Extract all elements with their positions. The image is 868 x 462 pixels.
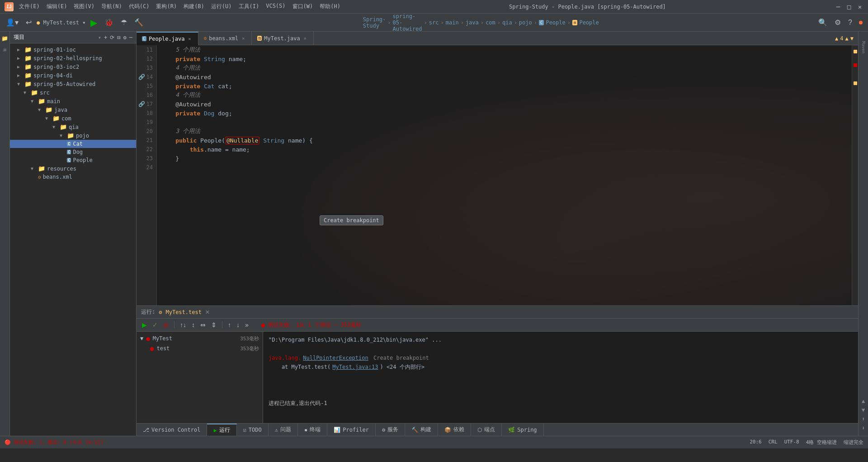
autowired-gutter-icon[interactable]: 🔗: [138, 74, 145, 80]
help-button[interactable]: ?: [846, 17, 854, 28]
add-icon[interactable]: +: [104, 34, 107, 41]
back-button[interactable]: ↩: [24, 17, 34, 28]
profile-button[interactable]: 👤▾: [4, 17, 21, 28]
expand-btn[interactable]: ⇔: [198, 320, 208, 329]
create-breakpoint-tip[interactable]: Create breakpoint: [370, 355, 429, 361]
run-config[interactable]: ● MyTest.test ▾: [37, 19, 85, 26]
maven-icon[interactable]: Maven: [859, 34, 868, 61]
coverage-button[interactable]: ☂: [118, 17, 129, 28]
breadcrumb-main[interactable]: main: [446, 19, 459, 26]
tree-item-resources[interactable]: ▼ 📁 resources: [10, 164, 136, 173]
run-close-btn[interactable]: ✕: [205, 309, 210, 315]
menu-run[interactable]: 运行(U): [211, 3, 232, 10]
tree-item-spring-03-ioc2[interactable]: ▶ 📁 spring-03-ioc2: [10, 62, 136, 71]
tab-beans-xml[interactable]: ⚙ beans.xml ✕: [198, 32, 252, 45]
tree-item-beans-xml[interactable]: ⚙ beans.xml: [10, 173, 136, 181]
tree-item-cat[interactable]: C Cat: [10, 140, 136, 148]
exception-link[interactable]: NullPointerException: [303, 355, 368, 361]
minimize-button[interactable]: ─: [835, 3, 842, 10]
collapse-btn[interactable]: ⇕: [209, 320, 218, 329]
stack-trace-link[interactable]: MyTest.java:13: [332, 364, 378, 370]
debug-button[interactable]: 🐞: [102, 17, 116, 28]
tree-item-src[interactable]: ▼ 📁 src: [10, 88, 136, 97]
tab-mytest-java[interactable]: m MyTest.java ✕: [252, 32, 314, 45]
run-stop-btn[interactable]: ⊘: [161, 320, 170, 329]
bottom-tab-services[interactable]: ⚙ 服务: [376, 424, 405, 436]
project-icon[interactable]: 📁: [0, 34, 9, 43]
scroll-end-btn[interactable]: »: [243, 320, 250, 329]
tree-item-spring-01-ioc[interactable]: ▶ 📁 spring-01-ioc: [10, 45, 136, 54]
settings-button[interactable]: ⚙: [832, 17, 843, 28]
menu-refactor[interactable]: 重构(R): [156, 3, 177, 10]
tree-item-com[interactable]: ▼ 📁 com: [10, 114, 136, 123]
tree-item-qia[interactable]: ▼ 📁 qia: [10, 123, 136, 131]
tab-close[interactable]: ✕: [302, 35, 308, 41]
bottom-tab-problems[interactable]: ⚠ 问题: [269, 424, 298, 436]
prev-fail-btn[interactable]: ↑: [226, 320, 233, 329]
code-content[interactable]: 5 个用法 private String name; 4 个用法: [157, 45, 852, 305]
scroll-top-btn[interactable]: ⬆: [862, 416, 865, 422]
menu-window[interactable]: 窗口(W): [292, 3, 313, 10]
breadcrumb-method[interactable]: People: [579, 19, 599, 26]
breadcrumb-src[interactable]: src: [429, 19, 439, 26]
bottom-tab-todo[interactable]: ☑ TODO: [237, 424, 269, 436]
search-button[interactable]: 🔍: [816, 17, 830, 28]
scroll-down-btn[interactable]: ▼: [862, 407, 865, 413]
project-dropdown[interactable]: ▾: [98, 34, 101, 41]
menu-edit[interactable]: 编辑(E): [47, 3, 67, 10]
tree-item-spring-05-autowired[interactable]: ▼ 📁 spring-05-Autowired: [10, 80, 136, 88]
sort-desc-btn[interactable]: ↕: [190, 320, 197, 329]
breadcrumb-com[interactable]: com: [486, 19, 495, 26]
scroll-up-btn[interactable]: ▲: [862, 398, 865, 404]
bottom-tab-spring[interactable]: 🌿 Spring: [502, 424, 543, 436]
bottom-tab-dependencies[interactable]: 📦 依赖: [438, 424, 471, 436]
close-button[interactable]: ✕: [856, 3, 863, 10]
tree-item-dog[interactable]: C Dog: [10, 148, 136, 156]
tree-item-spring-02-hellospring[interactable]: ▶ 📁 spring-02-hellospring: [10, 54, 136, 62]
bottom-tab-endpoints[interactable]: ⬡ 端点: [471, 424, 502, 436]
autowired-gutter-icon-2[interactable]: 🔗: [138, 101, 145, 107]
collapse-icon[interactable]: ⊟: [117, 34, 120, 41]
tab-people-java[interactable]: C People.java ✕: [137, 32, 198, 45]
breadcrumb-class[interactable]: People: [546, 19, 565, 26]
next-fail-btn[interactable]: ↓: [235, 320, 241, 329]
sort-asc-btn[interactable]: ↑↓: [178, 320, 188, 329]
sync-icon[interactable]: ⟳: [110, 34, 114, 41]
maximize-button[interactable]: □: [845, 3, 853, 10]
menu-vcs[interactable]: VCS(S): [266, 3, 285, 10]
test-item-mytest[interactable]: ▼ ● MyTest 353毫秒: [137, 333, 263, 343]
menu-help[interactable]: 帮助(H): [320, 3, 340, 10]
menu-code[interactable]: 代码(C): [129, 3, 150, 10]
breadcrumb-pojo[interactable]: pojo: [519, 19, 532, 26]
bottom-tab-terminal[interactable]: ▪ 终端: [298, 424, 327, 436]
menu-tools[interactable]: 工具(I): [239, 3, 259, 10]
nav-up[interactable]: ▲: [845, 35, 849, 42]
breadcrumb-qia[interactable]: qia: [502, 19, 512, 26]
settings-icon[interactable]: ⚙: [123, 34, 127, 41]
tree-item-spring-04-di[interactable]: ▶ 📁 spring-04-di: [10, 71, 136, 80]
code-editor[interactable]: 11 12 13 🔗 14 15 16 🔗 17 18 19 20: [137, 45, 858, 305]
run-play-btn[interactable]: ▶: [140, 320, 149, 329]
breakpoint-tooltip[interactable]: Create breakpoint: [320, 215, 383, 225]
breadcrumb-project[interactable]: Spring-Study: [363, 16, 386, 29]
menu-file[interactable]: 文件(E): [19, 3, 40, 10]
menu-navigate[interactable]: 导航(N): [101, 3, 122, 10]
bottom-tab-version-control[interactable]: ⎇ Version Control: [137, 424, 207, 436]
bottom-tab-profiler[interactable]: 📊 Profiler: [327, 424, 376, 436]
nav-down[interactable]: ▼: [850, 35, 854, 42]
tree-item-main[interactable]: ▼ 📁 main: [10, 97, 136, 105]
test-item-test[interactable]: ● test 353毫秒: [137, 343, 263, 353]
tab-close[interactable]: ✕: [241, 35, 246, 41]
menu-build[interactable]: 构建(B): [184, 3, 204, 10]
build-button[interactable]: 🔨: [132, 17, 146, 28]
run-button[interactable]: ▶: [88, 16, 99, 29]
scroll-bottom-btn[interactable]: ⬇: [862, 425, 865, 431]
bottom-tab-run[interactable]: ▶ 运行: [207, 424, 236, 436]
tree-item-pojo[interactable]: ▼ 📁 pojo: [10, 131, 136, 140]
minimize-panel-icon[interactable]: ─: [129, 34, 132, 41]
menu-bar[interactable]: 文件(E) 编辑(E) 视图(V) 导航(N) 代码(C) 重构(R) 构建(B…: [19, 3, 340, 10]
bottom-tab-build[interactable]: 🔨 构建: [405, 424, 438, 436]
breadcrumb-module[interactable]: spring-05-Autowired: [393, 13, 422, 32]
tree-item-java[interactable]: ▼ 📁 java: [10, 105, 136, 114]
run-check-btn[interactable]: ✓: [151, 320, 160, 329]
